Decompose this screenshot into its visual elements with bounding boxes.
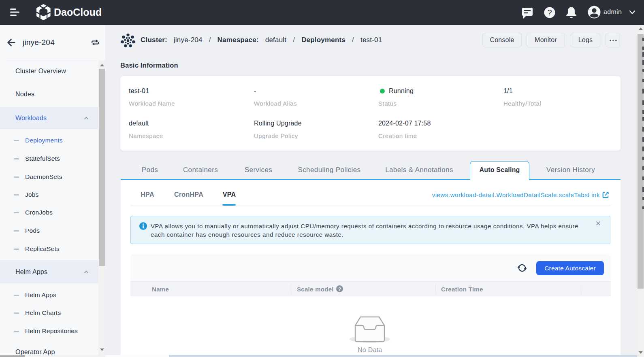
svg-text:?: ?: [547, 8, 552, 17]
svg-text:?: ?: [338, 287, 341, 291]
